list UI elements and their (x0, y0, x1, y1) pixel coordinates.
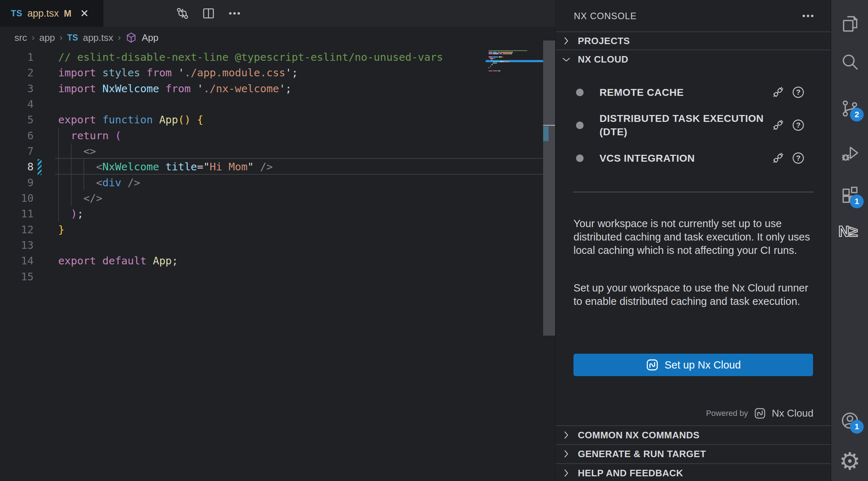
line-number: 4 (0, 97, 34, 112)
connect-plug-icon[interactable] (771, 118, 785, 132)
line-number: 5 (0, 112, 34, 128)
line-number: 10 (0, 191, 34, 206)
code-line[interactable]: } (58, 222, 443, 238)
help-question-icon[interactable]: ? (791, 151, 805, 165)
source-control-icon[interactable]: 2 (831, 93, 868, 124)
chevron-down-icon (561, 54, 572, 65)
help-question-icon[interactable]: ? (791, 118, 805, 132)
tab-app-tsx[interactable]: TS app.tsx M ✕ (0, 0, 103, 27)
panel-header: NX CONSOLE (556, 0, 831, 31)
powered-by-row: Powered by Nx Cloud (706, 405, 813, 422)
activity-bar: 2 1 N≥ 1 ⚙ (831, 0, 868, 481)
editor-scrollbar[interactable] (543, 41, 555, 336)
settings-gear-icon[interactable]: ⚙ (831, 446, 868, 476)
section-label: PROJECTS (578, 35, 630, 47)
section-header-generate-run-target[interactable]: GENERATE & RUN TARGET (556, 445, 831, 463)
more-actions-icon[interactable] (227, 6, 242, 21)
svg-text:N≥: N≥ (838, 223, 858, 240)
code-line[interactable]: import NxWelcome from './nx-welcome'; (58, 81, 443, 97)
code-line[interactable]: export function App() { (58, 112, 443, 128)
gutter-modified-indicator (38, 159, 42, 175)
chevron-right-icon (561, 448, 572, 459)
code-editor-content[interactable]: // eslint-disable-next-line @typescript-… (58, 50, 443, 285)
code-line[interactable] (58, 238, 443, 253)
account-icon[interactable]: 1 (831, 405, 868, 436)
overview-ruler-modified-mark (543, 127, 549, 141)
line-number: 9 (0, 175, 34, 191)
svg-text:?: ? (796, 154, 801, 162)
nx-cloud-item-dte: DISTRIBUTED TASK EXECUTION (DTE) ? (556, 111, 831, 139)
section-header-common-nx-commands[interactable]: COMMON NX COMMANDS (556, 426, 831, 444)
editor-group: TS app.tsx M ✕ (0, 0, 555, 481)
svg-text:?: ? (796, 121, 801, 129)
line-number: 12 (0, 222, 34, 238)
extensions-icon[interactable]: 1 (831, 180, 868, 210)
workspace-status-text: Your workspace is not currently set up t… (573, 217, 818, 257)
code-line[interactable]: <NxWelcome title="Hi Mom" /> (58, 159, 443, 175)
code-line[interactable] (58, 269, 443, 285)
status-bullet (576, 154, 584, 162)
breadcrumb-item-file[interactable]: app.tsx (83, 32, 113, 43)
section-label: COMMON NX COMMANDS (578, 430, 700, 441)
breadcrumb-separator: › (118, 33, 121, 43)
code-line[interactable]: <div /> (58, 175, 443, 191)
line-number: 15 (0, 269, 34, 285)
section-label: NX CLOUD (578, 54, 628, 65)
code-line[interactable]: </> (58, 191, 443, 206)
line-number: 6 (0, 128, 34, 144)
breadcrumb-item-symbol[interactable]: App (142, 32, 158, 43)
section-header-nx-cloud[interactable]: NX CLOUD (556, 50, 831, 69)
status-bullet (576, 122, 584, 129)
close-tab-icon[interactable]: ✕ (80, 8, 89, 19)
content-divider (573, 192, 814, 192)
item-label: REMOTE CACHE (600, 86, 766, 99)
minimap[interactable] (486, 50, 543, 79)
connect-plug-icon[interactable] (771, 85, 785, 99)
section-header-help-and-feedback[interactable]: HELP AND FEEDBACK (556, 464, 831, 481)
breadcrumb-item-app[interactable]: app (39, 32, 55, 43)
panel-title: NX CONSOLE (574, 11, 637, 21)
source-control-badge: 2 (850, 108, 864, 122)
tab-bar: TS app.tsx M ✕ (0, 0, 555, 27)
nx-cloud-item-remote-cache: REMOTE CACHE ? (556, 82, 831, 102)
line-number: 14 (0, 253, 34, 269)
chevron-right-icon (561, 430, 572, 440)
open-changes-icon[interactable] (175, 6, 190, 21)
setup-button-label: Set up Nx Cloud (665, 359, 741, 371)
tab-file-name: app.tsx (27, 8, 59, 19)
code-line[interactable]: export default App; (58, 253, 443, 269)
search-icon[interactable] (831, 47, 868, 77)
split-editor-icon[interactable] (201, 6, 216, 21)
nx-cloud-brand-label[interactable]: Nx Cloud (772, 408, 813, 419)
line-number: 11 (0, 206, 34, 222)
nx-console-panel: NX CONSOLE PROJECTS NX CLOUD REMOTE CACH… (555, 0, 831, 481)
code-line[interactable]: ); (58, 206, 443, 222)
explorer-icon[interactable] (831, 9, 868, 39)
breadcrumb: src › app › TS app.tsx › App (14, 27, 159, 48)
nx-cloud-logo-icon (754, 407, 766, 420)
section-label: GENERATE & RUN TARGET (578, 448, 706, 460)
section-header-projects[interactable]: PROJECTS (556, 32, 831, 50)
line-number: 3 (0, 81, 34, 97)
code-line[interactable]: <> (58, 144, 443, 159)
code-line[interactable]: import styles from './app.module.css'; (58, 65, 443, 81)
code-line[interactable]: return ( (58, 128, 443, 144)
nx-console-icon[interactable]: N≥ (831, 216, 868, 247)
typescript-file-icon: TS (11, 8, 22, 18)
help-question-icon[interactable]: ? (791, 85, 805, 99)
setup-nx-cloud-button[interactable]: Set up Nx Cloud (573, 354, 813, 376)
connect-plug-icon[interactable] (771, 151, 785, 165)
chevron-right-icon (561, 468, 572, 478)
panel-more-actions-icon[interactable] (801, 9, 815, 23)
breadcrumb-item-src[interactable]: src (14, 32, 27, 43)
item-label: DISTRIBUTED TASK EXECUTION (DTE) (600, 112, 766, 139)
line-number: 13 (0, 238, 34, 253)
section-label: HELP AND FEEDBACK (578, 468, 683, 479)
extensions-badge: 1 (850, 195, 864, 208)
item-label: VCS INTEGRATION (600, 152, 766, 165)
svg-text:?: ? (796, 88, 801, 96)
code-line[interactable] (58, 97, 443, 112)
editor-actions (175, 0, 242, 27)
code-line[interactable]: // eslint-disable-next-line @typescript-… (58, 50, 443, 65)
run-debug-icon[interactable] (831, 139, 868, 169)
